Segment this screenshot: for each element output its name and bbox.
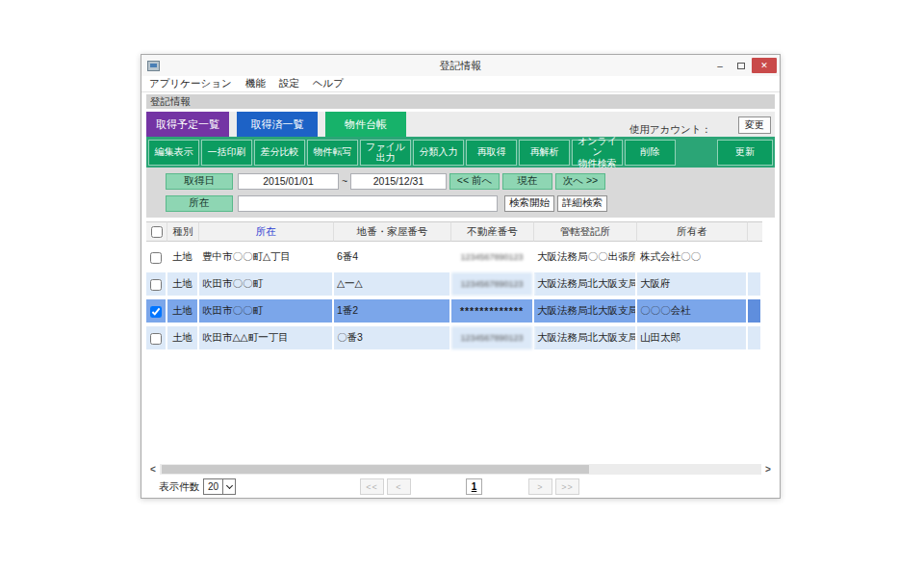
tab-0[interactable]: 取得予定一覧: [146, 112, 229, 137]
col-header-sliver: [748, 221, 762, 242]
cell-owner: 〇〇〇会社: [637, 299, 748, 323]
tab-2[interactable]: 物件台帳: [325, 112, 406, 137]
toolbar-button-1[interactable]: 一括印刷: [201, 140, 252, 166]
page-first-button[interactable]: <<: [360, 478, 384, 495]
cell-location: 豊中市〇〇町△丁目: [199, 245, 334, 269]
col-checkbox: [146, 221, 167, 242]
display-count-select[interactable]: 20: [203, 478, 236, 495]
cell-registry-office: 大阪法務局北大阪支局: [534, 272, 637, 296]
advanced-search-button[interactable]: 詳細検索: [557, 195, 607, 212]
horizontal-scrollbar[interactable]: < >: [146, 463, 775, 476]
cell-lot-number: △一△: [334, 272, 451, 296]
change-account-button[interactable]: 変更: [738, 116, 771, 134]
menu-item-3[interactable]: ヘルプ: [313, 77, 344, 90]
page-next-button[interactable]: >: [528, 478, 552, 495]
maximize-button[interactable]: [731, 58, 752, 73]
toolbar-button-5[interactable]: 分類入力: [413, 140, 464, 166]
cell-type: 土地: [167, 272, 199, 296]
toolbar-button-4[interactable]: ファイル 出力: [360, 140, 411, 166]
menu-item-2[interactable]: 設定: [279, 77, 299, 90]
property-table-body: 土地豊中市〇〇町△丁目6番41234567890123大阪法務局〇〇出張所株式会…: [146, 245, 762, 349]
section-header: 登記情報: [146, 94, 775, 109]
maximize-icon: [737, 63, 745, 69]
cell-owner: 山田太郎: [637, 326, 748, 349]
app-window: 登記情報 – ✕ アプリケーション機能設定ヘルプ 登記情報 取得予定一覧取得済一…: [141, 54, 781, 499]
display-count-label: 表示件数: [159, 480, 199, 494]
col-header-3: 地番・家屋番号: [334, 221, 451, 242]
table-row[interactable]: 土地吹田市△△町一丁目〇番31234567890123大阪法務局北大阪支局山田太…: [146, 326, 762, 349]
next-period-button[interactable]: 次へ >>: [555, 173, 605, 190]
search-start-button[interactable]: 検索開始: [504, 195, 554, 212]
cell-location: 吹田市〇〇町: [199, 272, 334, 296]
toolbar-button-8[interactable]: オンライン 物件検索: [572, 140, 623, 166]
cell-sliver: [748, 299, 762, 323]
cell-lot-number: 6番4: [334, 245, 451, 269]
tab-1[interactable]: 取得済一覧: [237, 112, 318, 137]
date-to-input[interactable]: 2015/12/31: [350, 173, 447, 190]
select-all-checkbox[interactable]: [151, 226, 163, 238]
date-range-tilde: ~: [339, 175, 350, 187]
row-checkbox[interactable]: [150, 306, 162, 318]
cell-owner: 大阪府: [637, 272, 748, 296]
scrollbar-thumb[interactable]: [162, 465, 589, 474]
row-checkbox[interactable]: [150, 279, 162, 291]
tab-strip: 取得予定一覧取得済一覧物件台帳 使用アカウント： 変更: [146, 112, 775, 137]
col-header-4: 不動産番号: [451, 221, 534, 242]
cell-registry-office: 大阪法務局北大阪支局: [534, 326, 637, 349]
toolbar-button-3[interactable]: 物件転写: [307, 140, 358, 166]
cell-registry-office: 大阪法務局〇〇出張所: [534, 245, 637, 269]
toolbar-button-9[interactable]: 削除: [625, 140, 676, 166]
cell-location: 吹田市△△町一丁目: [199, 326, 334, 349]
acquired-date-label[interactable]: 取得日: [166, 173, 233, 190]
cell-type: 土地: [167, 326, 199, 349]
cell-property-number: *************: [451, 299, 534, 323]
prev-period-button[interactable]: << 前へ: [449, 173, 500, 190]
account-label: 使用アカウント：: [629, 123, 711, 137]
toolbar-button-0[interactable]: 編集表示: [148, 140, 199, 166]
cell-property-number: 1234567890123: [451, 326, 534, 349]
cell-property-number: 1234567890123: [451, 272, 534, 296]
col-header-2[interactable]: 所在: [199, 221, 334, 242]
cell-type: 土地: [167, 299, 199, 323]
table-row[interactable]: 土地豊中市〇〇町△丁目6番41234567890123大阪法務局〇〇出張所株式会…: [146, 245, 762, 269]
toolbar: 編集表示一括印刷差分比較物件転写ファイル 出力分類入力再取得再解析オンライン 物…: [146, 137, 775, 168]
toolbar-button-2[interactable]: 差分比較: [254, 140, 305, 166]
row-checkbox[interactable]: [150, 252, 162, 264]
table-header-row: 種別所在地番・家屋番号不動産番号管轄登記所所有者: [146, 221, 762, 242]
table-row[interactable]: 土地吹田市〇〇町1番2*************大阪法務局北大阪支局〇〇〇会社: [146, 299, 762, 323]
cell-sliver: [748, 326, 762, 349]
title-bar: 登記情報 – ✕: [141, 55, 780, 76]
update-button[interactable]: 更新: [717, 140, 773, 166]
menu-item-0[interactable]: アプリケーション: [149, 77, 232, 90]
menu-item-1[interactable]: 機能: [245, 77, 266, 90]
location-label[interactable]: 所在: [166, 195, 233, 212]
col-header-1: 種別: [167, 221, 199, 242]
date-from-input[interactable]: 2015/01/01: [238, 173, 339, 190]
cell-property-number: 1234567890123: [451, 245, 534, 269]
col-header-6: 所有者: [637, 221, 748, 242]
cell-sliver: [748, 272, 762, 296]
scroll-right-icon[interactable]: >: [761, 464, 775, 475]
table-row[interactable]: 土地吹田市〇〇町△一△1234567890123大阪法務局北大阪支局大阪府: [146, 272, 762, 296]
chevron-down-icon: [222, 479, 235, 494]
location-input[interactable]: [238, 195, 498, 212]
cell-registry-office: 大阪法務局北大阪支局: [534, 299, 637, 323]
scrollbar-track[interactable]: [160, 464, 761, 475]
page-current[interactable]: 1: [466, 478, 482, 495]
cell-type: 土地: [167, 245, 199, 269]
toolbar-button-7[interactable]: 再解析: [519, 140, 570, 166]
current-period-button[interactable]: 現在: [502, 173, 552, 190]
window-title: 登記情報: [141, 59, 780, 73]
scroll-left-icon[interactable]: <: [146, 464, 160, 475]
minimize-button[interactable]: –: [709, 58, 731, 73]
filter-panel: 取得日 2015/01/01 ~ 2015/12/31 << 前へ 現在 次へ …: [146, 168, 775, 218]
close-button[interactable]: ✕: [752, 58, 777, 73]
property-table-area: 種別所在地番・家屋番号不動産番号管轄登記所所有者 土地豊中市〇〇町△丁目6番41…: [146, 218, 775, 462]
page-last-button[interactable]: >>: [555, 478, 579, 495]
cell-lot-number: 1番2: [334, 299, 451, 323]
col-header-5: 管轄登記所: [534, 221, 637, 242]
toolbar-button-6[interactable]: 再取得: [466, 140, 517, 166]
page-prev-button[interactable]: <: [387, 478, 411, 495]
footer-bar: 表示件数 20 << < 1 > >>: [146, 478, 775, 498]
row-checkbox[interactable]: [150, 333, 162, 345]
